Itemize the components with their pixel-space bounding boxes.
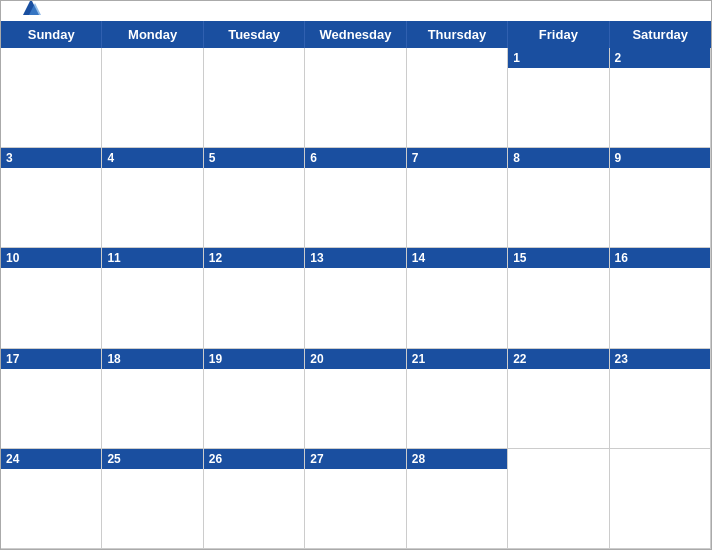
day-body <box>508 68 608 147</box>
day-cell-1-0: 3 <box>1 148 102 248</box>
day-cell-3-4: 21 <box>407 349 508 449</box>
calendar: Sunday Monday Tuesday Wednesday Thursday… <box>0 0 712 550</box>
week-row-4: 17181920212223 <box>1 349 711 449</box>
week-row-2: 3456789 <box>1 148 711 248</box>
day-cell-3-5: 22 <box>508 349 609 449</box>
day-body <box>204 469 304 548</box>
day-number: 28 <box>407 449 507 469</box>
day-cell-0-5: 1 <box>508 48 609 148</box>
day-cell-0-2 <box>204 48 305 148</box>
day-cell-3-3: 20 <box>305 349 406 449</box>
day-cell-4-3: 27 <box>305 449 406 549</box>
day-number: 18 <box>102 349 202 369</box>
day-number: 1 <box>508 48 608 68</box>
day-body <box>102 268 202 347</box>
day-cell-1-4: 7 <box>407 148 508 248</box>
day-body <box>407 268 507 347</box>
day-body <box>305 68 405 147</box>
day-cell-2-4: 14 <box>407 248 508 348</box>
day-number: 17 <box>1 349 101 369</box>
day-number: 16 <box>610 248 710 268</box>
day-cell-3-2: 19 <box>204 349 305 449</box>
day-cell-2-6: 16 <box>610 248 711 348</box>
day-number: 5 <box>204 148 304 168</box>
day-cell-4-5 <box>508 449 609 549</box>
day-cell-2-1: 11 <box>102 248 203 348</box>
day-number: 23 <box>610 349 710 369</box>
day-body <box>305 268 405 347</box>
header-wednesday: Wednesday <box>305 21 406 48</box>
day-number: 10 <box>1 248 101 268</box>
day-number: 27 <box>305 449 405 469</box>
day-body <box>102 68 202 147</box>
day-body <box>407 369 507 448</box>
day-number: 19 <box>204 349 304 369</box>
day-body <box>1 68 101 147</box>
day-body <box>610 68 710 147</box>
day-number: 8 <box>508 148 608 168</box>
day-number: 4 <box>102 148 202 168</box>
day-number: 7 <box>407 148 507 168</box>
day-cell-4-1: 25 <box>102 449 203 549</box>
day-cell-3-1: 18 <box>102 349 203 449</box>
day-cell-2-0: 10 <box>1 248 102 348</box>
day-cell-1-2: 5 <box>204 148 305 248</box>
day-cell-0-3 <box>305 48 406 148</box>
day-cell-1-6: 9 <box>610 148 711 248</box>
day-body <box>1 268 101 347</box>
day-body <box>508 268 608 347</box>
day-body <box>305 469 405 548</box>
day-cell-1-3: 6 <box>305 148 406 248</box>
day-number: 22 <box>508 349 608 369</box>
day-number: 14 <box>407 248 507 268</box>
header-tuesday: Tuesday <box>204 21 305 48</box>
header-thursday: Thursday <box>407 21 508 48</box>
day-body <box>508 469 608 548</box>
day-body <box>610 369 710 448</box>
day-body <box>204 68 304 147</box>
day-body <box>204 168 304 247</box>
day-body <box>305 369 405 448</box>
day-cell-2-5: 15 <box>508 248 609 348</box>
calendar-grid: 1234567891011121314151617181920212223242… <box>1 48 711 549</box>
day-cell-2-3: 13 <box>305 248 406 348</box>
day-number: 3 <box>1 148 101 168</box>
day-number: 12 <box>204 248 304 268</box>
day-cell-4-2: 26 <box>204 449 305 549</box>
calendar-header <box>1 1 711 21</box>
header-monday: Monday <box>102 21 203 48</box>
day-body <box>407 168 507 247</box>
day-number: 2 <box>610 48 710 68</box>
day-body <box>305 168 405 247</box>
day-cell-0-0 <box>1 48 102 148</box>
day-body <box>508 168 608 247</box>
day-cell-4-0: 24 <box>1 449 102 549</box>
day-number: 13 <box>305 248 405 268</box>
header-saturday: Saturday <box>610 21 711 48</box>
day-cell-1-1: 4 <box>102 148 203 248</box>
day-number: 15 <box>508 248 608 268</box>
day-number: 26 <box>204 449 304 469</box>
day-body <box>204 369 304 448</box>
day-cell-1-5: 8 <box>508 148 609 248</box>
day-cell-0-4 <box>407 48 508 148</box>
day-number: 11 <box>102 248 202 268</box>
day-cell-4-4: 28 <box>407 449 508 549</box>
day-cell-0-6: 2 <box>610 48 711 148</box>
day-cell-0-1 <box>102 48 203 148</box>
logo <box>17 0 51 27</box>
day-cell-4-6 <box>610 449 711 549</box>
day-number: 21 <box>407 349 507 369</box>
day-body <box>102 168 202 247</box>
day-body <box>102 469 202 548</box>
day-body <box>610 168 710 247</box>
day-body <box>1 168 101 247</box>
day-body <box>102 369 202 448</box>
day-number: 25 <box>102 449 202 469</box>
day-body <box>610 469 710 548</box>
day-number: 20 <box>305 349 405 369</box>
day-number: 6 <box>305 148 405 168</box>
header-friday: Friday <box>508 21 609 48</box>
day-number: 9 <box>610 148 710 168</box>
day-cell-2-2: 12 <box>204 248 305 348</box>
